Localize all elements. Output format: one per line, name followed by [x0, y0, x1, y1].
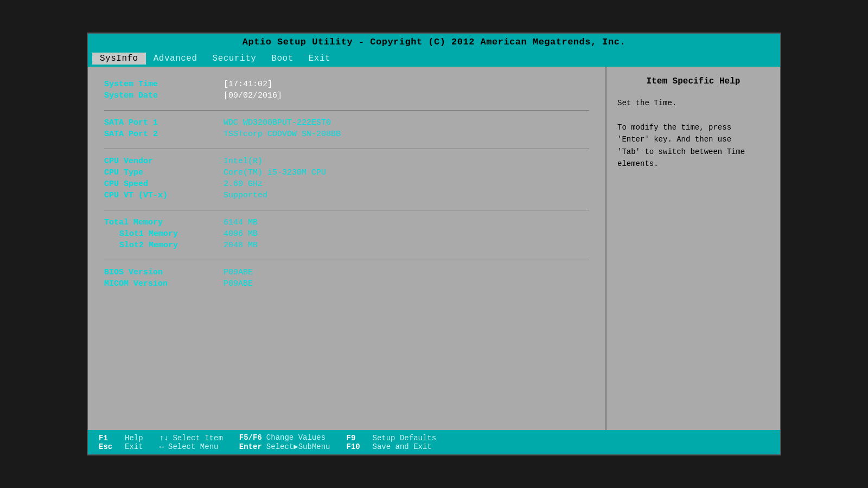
cpu-vendor-value: Intel(R): [224, 157, 263, 166]
cpu-type-value: Core(TM) i5-3230M CPU: [224, 168, 326, 177]
micom-version-value: P09ABE: [224, 279, 253, 288]
sata-port2-value: TSSTcorp CDDVDW SN-208BB: [224, 130, 341, 139]
bios-version-value: P09ABE: [224, 268, 253, 277]
footer-leftright-desc: Select Menu: [168, 442, 218, 451]
footer-leftright-arrow: ↔: [159, 442, 164, 451]
right-panel: Item Specific Help Set the Time. To modi…: [607, 67, 780, 430]
footer-f1-esc: F1 Help Esc Exit: [99, 434, 143, 451]
divider-2: [104, 149, 589, 149]
footer-f10-desc: Save and Exit: [373, 442, 432, 451]
cpu-type-label: CPU Type: [104, 168, 224, 177]
footer-enter-desc: Select▶SubMenu: [266, 442, 330, 451]
sata-port1-row: SATA Port 1 WDC WD3200BPUT-222EST0: [104, 118, 589, 127]
footer-f9-line: F9 Setup Defaults: [347, 434, 437, 442]
sata-port2-row: SATA Port 2 TSSTcorp CDDVDW SN-208BB: [104, 130, 589, 139]
system-time-value: [17:41:02]: [224, 80, 272, 89]
cpu-speed-value: 2.60 GHz: [224, 179, 263, 189]
menu-exit[interactable]: Exit: [301, 53, 338, 65]
divider-4: [104, 260, 589, 260]
footer-enter-line: Enter Select▶SubMenu: [239, 442, 330, 451]
footer-f10-key: F10: [347, 442, 368, 451]
cpu-type-row: CPU Type Core(TM) i5-3230M CPU: [104, 168, 589, 177]
help-line-2: To modify the time, press: [617, 123, 731, 132]
micom-version-row: MICOM Version P09ABE: [104, 279, 589, 288]
menu-security[interactable]: Security: [205, 53, 264, 65]
menu-bar: SysInfo Advanced Security Boot Exit: [88, 50, 780, 67]
slot2-memory-row: Slot2 Memory 2048 MB: [104, 241, 589, 250]
memory-section: Total Memory 6144 MB Slot1 Memory 4096 M…: [104, 218, 589, 250]
footer-f5f6-line: F5/F6 Change Values: [239, 433, 330, 442]
footer-esc-desc: Exit: [125, 442, 143, 451]
system-time-row: System Time [17:41:02]: [104, 80, 589, 89]
sata-section: SATA Port 1 WDC WD3200BPUT-222EST0 SATA …: [104, 118, 589, 139]
system-date-value: [09/02/2016]: [224, 91, 282, 100]
divider-3: [104, 210, 589, 210]
footer-esc-key: Esc: [99, 442, 120, 451]
footer-f10-line: F10 Save and Exit: [347, 442, 437, 451]
main-content: System Time [17:41:02] System Date [09/0…: [88, 67, 780, 430]
footer-arrows: ↑↓ Select Item ↔ Select Menu: [159, 434, 223, 451]
sata-port1-value: WDC WD3200BPUT-222EST0: [224, 118, 331, 127]
footer-f9-key: F9: [347, 434, 368, 442]
help-line-4: 'Tab' to switch between Time: [617, 147, 745, 156]
cpu-vt-label: CPU VT (VT-x): [104, 191, 224, 200]
bios-version-row: BIOS Version P09ABE: [104, 268, 589, 277]
help-line-5: elements.: [617, 159, 659, 168]
system-date-label: System Date: [104, 91, 224, 100]
micom-version-label: MICOM Version: [104, 279, 224, 288]
footer-f5f6-enter: F5/F6 Change Values Enter Select▶SubMenu: [239, 433, 330, 451]
footer-updown-line: ↑↓ Select Item: [159, 434, 223, 442]
cpu-vt-row: CPU VT (VT-x) Supported: [104, 191, 589, 200]
footer-updown-desc: Select Item: [173, 434, 222, 442]
cpu-section: CPU Vendor Intel(R) CPU Type Core(TM) i5…: [104, 157, 589, 200]
slot2-memory-value: 2048 MB: [224, 241, 258, 250]
total-memory-value: 6144 MB: [224, 218, 258, 227]
footer-updown-arrow: ↑↓: [159, 434, 169, 442]
footer-leftright-line: ↔ Select Menu: [159, 442, 223, 451]
system-date-row: System Date [09/02/2016]: [104, 91, 589, 100]
footer-f1-key: F1: [99, 434, 120, 442]
system-time-label: System Time: [104, 80, 224, 89]
footer-f1-line: F1 Help: [99, 434, 143, 442]
sata-port1-label: SATA Port 1: [104, 118, 224, 127]
menu-boot[interactable]: Boot: [264, 53, 301, 65]
slot2-memory-label: Slot2 Memory: [104, 241, 224, 250]
cpu-speed-label: CPU Speed: [104, 179, 224, 189]
datetime-section: System Time [17:41:02] System Date [09/0…: [104, 80, 589, 100]
cpu-vt-value: Supported: [224, 191, 267, 200]
cpu-speed-row: CPU Speed 2.60 GHz: [104, 179, 589, 189]
footer-bar: F1 Help Esc Exit ↑↓ Select Item ↔ Select…: [88, 430, 780, 454]
footer-f5f6-key: F5/F6: [239, 433, 262, 442]
bios-version-label: BIOS Version: [104, 268, 224, 277]
menu-sysinfo[interactable]: SysInfo: [92, 53, 146, 65]
help-text: Set the Time. To modify the time, press …: [617, 97, 769, 170]
footer-f1-desc: Help: [125, 434, 143, 442]
total-memory-label: Total Memory: [104, 218, 224, 227]
cpu-vendor-label: CPU Vendor: [104, 157, 224, 166]
help-line-3: 'Enter' key. And then use: [617, 135, 731, 144]
menu-advanced[interactable]: Advanced: [146, 53, 205, 65]
cpu-vendor-row: CPU Vendor Intel(R): [104, 157, 589, 166]
sata-port2-label: SATA Port 2: [104, 130, 224, 139]
footer-f9-desc: Setup Defaults: [373, 434, 437, 442]
help-line-0: Set the Time.: [617, 99, 676, 107]
footer-enter-key: Enter: [239, 442, 262, 451]
bios-section: BIOS Version P09ABE MICOM Version P09ABE: [104, 268, 589, 288]
total-memory-row: Total Memory 6144 MB: [104, 218, 589, 227]
title-text: Aptio Setup Utility - Copyright (C) 2012…: [242, 37, 626, 47]
divider-1: [104, 110, 589, 111]
slot1-memory-label: Slot1 Memory: [104, 229, 224, 239]
footer-f9-f10: F9 Setup Defaults F10 Save and Exit: [347, 434, 437, 451]
bios-container: Aptio Setup Utility - Copyright (C) 2012…: [87, 33, 781, 455]
footer-esc-line: Esc Exit: [99, 442, 143, 451]
left-panel: System Time [17:41:02] System Date [09/0…: [88, 67, 607, 430]
slot1-memory-value: 4096 MB: [224, 229, 258, 239]
slot1-memory-row: Slot1 Memory 4096 MB: [104, 229, 589, 239]
title-bar: Aptio Setup Utility - Copyright (C) 2012…: [88, 34, 780, 50]
footer-f5f6-desc: Change Values: [266, 433, 326, 442]
help-title: Item Specific Help: [617, 76, 769, 86]
